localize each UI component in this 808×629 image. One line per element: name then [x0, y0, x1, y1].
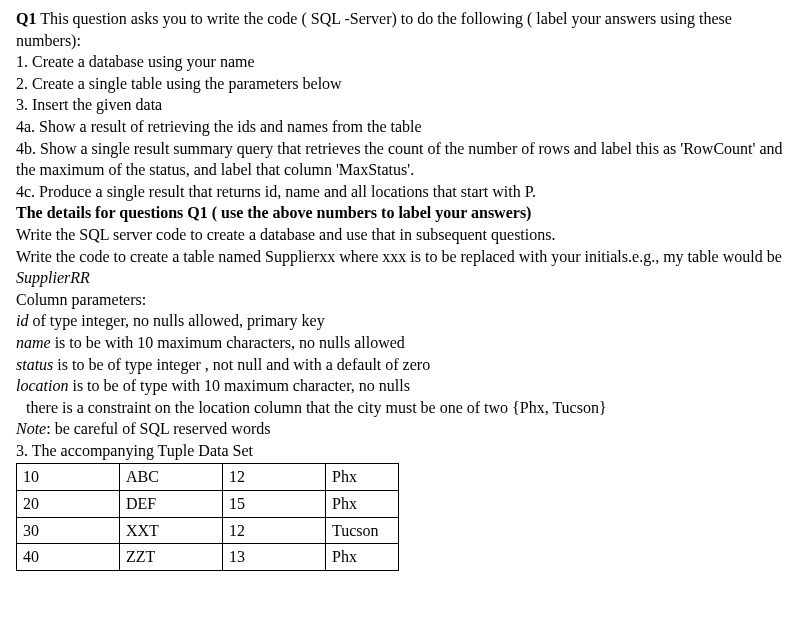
cell-status: 12	[223, 464, 326, 491]
tuple-data-table: 10 ABC 12 Phx 20 DEF 15 Phx 30 XXT 12 Tu…	[16, 463, 399, 570]
cell-status: 15	[223, 491, 326, 518]
table-row: 30 XXT 12 Tucson	[17, 517, 399, 544]
q1-intro-text: This question asks you to write the code…	[16, 10, 732, 49]
col-status-desc: is to be of type integer , not null and …	[53, 356, 430, 373]
detail-line-8: there is a constraint on the location co…	[16, 397, 792, 419]
table-row: 40 ZZT 13 Phx	[17, 544, 399, 571]
table-row: 10 ABC 12 Phx	[17, 464, 399, 491]
cell-status: 13	[223, 544, 326, 571]
item-4b: 4b. Show a single result summary query t…	[16, 138, 792, 181]
detail-line-3: Column parameters:	[16, 289, 792, 311]
cell-location: Phx	[326, 491, 399, 518]
detail-line-6: status is to be of type integer , not nu…	[16, 354, 792, 376]
cell-location: Phx	[326, 544, 399, 571]
col-id-desc: of type integer, no nulls allowed, prima…	[28, 312, 324, 329]
detail-line-2a: Write the code to create a table named S…	[16, 248, 782, 265]
question-block: Q1 This question asks you to write the c…	[16, 8, 792, 571]
details-heading: The details for questions Q1 ( use the a…	[16, 202, 792, 224]
item-3: 3. Insert the given data	[16, 94, 792, 116]
cell-id: 40	[17, 544, 120, 571]
detail-line-7: location is to be of type with 10 maximu…	[16, 375, 792, 397]
detail-line-10: 3. The accompanying Tuple Data Set	[16, 440, 792, 462]
col-location-desc: is to be of type with 10 maximum charact…	[68, 377, 410, 394]
note-label: Note	[16, 420, 46, 437]
detail-line-1: Write the SQL server code to create a da…	[16, 224, 792, 246]
q1-label: Q1	[16, 10, 36, 27]
detail-line-4: id of type integer, no nulls allowed, pr…	[16, 310, 792, 332]
item-2: 2. Create a single table using the param…	[16, 73, 792, 95]
detail-line-9: Note: be careful of SQL reserved words	[16, 418, 792, 440]
cell-id: 30	[17, 517, 120, 544]
detail-line-2: Write the code to create a table named S…	[16, 246, 792, 289]
q1-intro-line: Q1 This question asks you to write the c…	[16, 8, 792, 51]
cell-name: ABC	[120, 464, 223, 491]
cell-id: 10	[17, 464, 120, 491]
table-row: 20 DEF 15 Phx	[17, 491, 399, 518]
col-name: name	[16, 334, 51, 351]
detail-line-5: name is to be with 10 maximum characters…	[16, 332, 792, 354]
cell-id: 20	[17, 491, 120, 518]
note-text: : be careful of SQL reserved words	[46, 420, 270, 437]
col-location: location	[16, 377, 68, 394]
item-4c: 4c. Produce a single result that returns…	[16, 181, 792, 203]
cell-name: ZZT	[120, 544, 223, 571]
cell-name: DEF	[120, 491, 223, 518]
item-1: 1. Create a database using your name	[16, 51, 792, 73]
cell-location: Phx	[326, 464, 399, 491]
col-status: status	[16, 356, 53, 373]
detail-line-2b: SupplierRR	[16, 269, 90, 286]
cell-status: 12	[223, 517, 326, 544]
cell-name: XXT	[120, 517, 223, 544]
col-id: id	[16, 312, 28, 329]
cell-location: Tucson	[326, 517, 399, 544]
col-name-desc: is to be with 10 maximum characters, no …	[51, 334, 405, 351]
item-4a: 4a. Show a result of retrieving the ids …	[16, 116, 792, 138]
